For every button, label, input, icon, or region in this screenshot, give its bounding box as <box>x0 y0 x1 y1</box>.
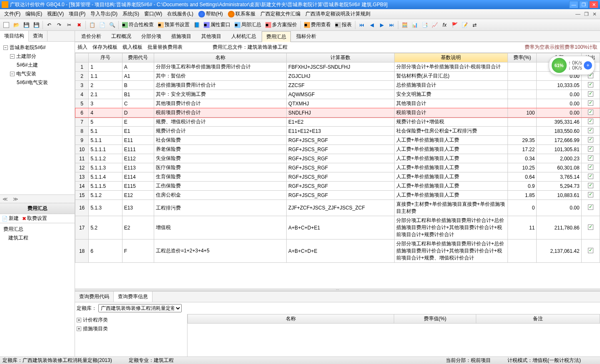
output-checkbox[interactable] <box>588 91 593 97</box>
nav-prev-icon[interactable]: ◀ <box>367 20 376 30</box>
redo-icon[interactable]: ↷ <box>55 20 64 30</box>
report-button[interactable]: ■报表 <box>333 20 353 29</box>
search-icon[interactable]: 🔍 <box>108 20 117 30</box>
output-checkbox[interactable] <box>588 204 593 210</box>
table-row[interactable]: 115.1.1.2E112失业保险费RGF+JSCS_RGF人工费+单价措施项目… <box>75 154 600 163</box>
output-checkbox[interactable] <box>588 192 593 197</box>
output-checkbox[interactable] <box>588 82 593 87</box>
nav-next-icon[interactable]: ▶ <box>377 20 386 30</box>
grid-header[interactable]: 费率(%) <box>508 53 537 62</box>
output-checkbox[interactable] <box>588 165 593 170</box>
main-tab-7[interactable]: 指标分析 <box>292 31 321 42</box>
tool-icon-1[interactable]: 📊 <box>410 20 419 30</box>
book-icon[interactable]: 📘 <box>192 20 201 30</box>
load-template-button[interactable]: 载入模板 <box>122 44 142 51</box>
budget-settings-button[interactable]: ■预算书设置 <box>156 20 191 29</box>
output-checkbox[interactable] <box>588 183 593 188</box>
output-checkbox[interactable] <box>588 146 593 152</box>
main-tab-4[interactable]: 其他项目 <box>197 31 226 42</box>
collapse-icon[interactable]: − <box>3 45 8 50</box>
expand-icon[interactable]: + <box>77 327 81 331</box>
quota-select[interactable]: 广西建筑装饰装修工程消耗量定额(20 <box>98 304 182 312</box>
menu-docs1[interactable]: 广西定额文件汇编 <box>258 10 303 18</box>
collapse-icon[interactable]: − <box>10 72 15 76</box>
delete-icon[interactable]: ✖ <box>75 20 84 30</box>
flag-icon[interactable]: 🚩 <box>450 20 459 30</box>
cost-list-item[interactable]: 费用汇总 <box>2 225 73 234</box>
note-icon[interactable]: 📝 <box>460 20 469 30</box>
tree-leaf[interactable]: 5#6#电气安装 <box>2 78 73 87</box>
table-row[interactable]: 175.2E2增值税A+B+C+D+E1分部分项工程和单价措施项目费用计价合计+… <box>75 216 600 239</box>
paste-icon[interactable]: 📄 <box>98 20 107 30</box>
grid-header[interactable]: 序号 <box>89 53 122 62</box>
table-row[interactable]: 32B总价措施项目费用计价合计ZZCSF总价措施项目合计10,333.05 <box>75 81 600 90</box>
bottom-tab-rate[interactable]: 查询费率信息 <box>114 292 152 302</box>
property-window-button[interactable]: ■属性窗口 <box>202 20 232 29</box>
output-checkbox[interactable] <box>588 224 593 230</box>
new-file-icon[interactable] <box>2 20 11 30</box>
menu-project[interactable]: 项目(P) <box>66 10 88 18</box>
table-row[interactable]: 135.1.1.4E114生育保险费RGF+JSCS_RGF人工费+单价措施项目… <box>75 172 600 182</box>
bottom-tree-item[interactable]: +计价程序类 <box>77 316 185 324</box>
nav-last-icon[interactable]: ⏭ <box>387 20 396 30</box>
save-template-button[interactable]: 保存为模板 <box>92 44 118 51</box>
grid-header[interactable]: 名称 <box>154 53 287 62</box>
table-row[interactable]: 95.1.1E11社会保险费RGF+JSCS_RGF人工费+单价措施项目人工费2… <box>75 136 600 145</box>
table-row[interactable]: 105.1.1.1E111养老保险费RGF+JSCS_RGF人工费+单价措施项目… <box>75 145 600 154</box>
output-checkbox[interactable] <box>588 174 593 179</box>
cost-settings-button[interactable]: ✖取费设置 <box>22 215 47 222</box>
main-tab-1[interactable]: 工程概况 <box>107 31 136 42</box>
tree-leaf[interactable]: 5#6#土建 <box>2 61 73 70</box>
table-row[interactable]: 75E规费、增值税计价合计E1+E2规费计价合计+增值税395,331.46 <box>75 117 600 127</box>
child-restore-button[interactable]: ❐ <box>582 11 590 17</box>
multi-plan-button[interactable]: ■多方案报价 <box>264 20 299 29</box>
batch-replace-button[interactable]: 批量替换费用表 <box>148 44 182 51</box>
output-checkbox[interactable] <box>588 137 593 142</box>
nav-first-icon[interactable]: ⏮ <box>357 20 366 30</box>
tool-icon-2[interactable]: 📑 <box>420 20 429 30</box>
table-row[interactable]: 21.1A1其中：暂估价ZGJCLHJ暂估材料费(从子目汇总)0.00 <box>75 72 600 81</box>
tree-node[interactable]: −土建部分 <box>2 52 73 61</box>
left-tab-query[interactable]: 查询 <box>29 31 48 41</box>
table-row[interactable]: 125.1.1.3E113医疗保险费RGF+JSCS_RGF人工费+单价措施项目… <box>75 163 600 172</box>
menu-view[interactable]: 视图(V) <box>45 10 66 18</box>
undo-icon[interactable]: ↶ <box>45 20 54 30</box>
menu-window[interactable]: 窗口(W) <box>142 10 165 18</box>
menu-import[interactable]: 导入导出(D) <box>88 10 120 18</box>
fx-icon[interactable]: fx <box>440 20 449 30</box>
save-icon[interactable]: 💾 <box>22 20 31 30</box>
menu-help[interactable]: 帮助(H) <box>196 10 225 18</box>
table-row[interactable]: 64D税前项目费计价合计SNDLFHJ税前项目合计1000.00 <box>75 108 600 117</box>
grid-header[interactable]: 计算基数 <box>287 53 395 62</box>
tool-icon-3[interactable]: 📈 <box>430 20 439 30</box>
table-row[interactable]: 42.1B1其中：安全文明施工费AQWMSGF安全文明施工费0.00 <box>75 90 600 99</box>
main-tab-3[interactable]: 措施项目 <box>167 31 196 42</box>
cost-list-item[interactable]: 建筑工程 <box>2 234 73 242</box>
cost-view-button[interactable]: ■费用查看 <box>302 20 332 29</box>
tree-nav-right-icon[interactable]: ≫ <box>11 196 20 202</box>
collapse-icon[interactable]: − <box>10 54 15 59</box>
grid-header[interactable]: 基数说明 <box>394 53 508 62</box>
table-row[interactable]: 145.1.1.5E115工伤保险费RGF+JSCS_RGF人工费+单价措施项目… <box>75 182 600 191</box>
menu-system[interactable]: 系统(S) <box>120 10 142 18</box>
menu-edit[interactable]: 编辑(E) <box>23 10 45 18</box>
cut-icon[interactable]: ✂ <box>65 20 74 30</box>
maximize-button[interactable]: ❐ <box>579 1 588 8</box>
output-checkbox[interactable] <box>588 155 593 161</box>
badge-plus-button[interactable]: + <box>584 61 592 70</box>
compliance-check-button[interactable]: ■符合性检查 <box>120 20 155 29</box>
expand-icon[interactable]: + <box>77 318 81 322</box>
table-row[interactable]: 155.1.2E12住房公积金RGF+JSCS_RGF人工费+单价措施项目人工费… <box>75 191 600 200</box>
child-close-button[interactable]: ✕ <box>591 11 598 17</box>
new-cost-button[interactable]: 📄新建 <box>2 215 19 222</box>
output-checkbox[interactable] <box>588 128 593 133</box>
main-tab-2[interactable]: 分部分项 <box>137 31 166 42</box>
table-row[interactable]: 165.1.3E13工程排污费ZJF+ZCF+JSCS_ZJF+JSCS_ZCF… <box>75 200 600 216</box>
minimize-button[interactable]: — <box>569 1 578 8</box>
output-checkbox[interactable] <box>588 110 593 115</box>
save-all-icon[interactable]: 💾 <box>32 20 41 30</box>
main-tab-6[interactable]: 费用汇总 <box>262 31 291 42</box>
local-summary-button[interactable]: ■局部汇总 <box>233 20 263 29</box>
table-row[interactable]: 85.1E1规费计价合计E11+E12+E13社会保险费+住房公积金+工程排污费… <box>75 127 600 136</box>
table-row[interactable]: 53C其他项目费计价合计QTXMHJ其他项目合计0.00 <box>75 99 600 108</box>
